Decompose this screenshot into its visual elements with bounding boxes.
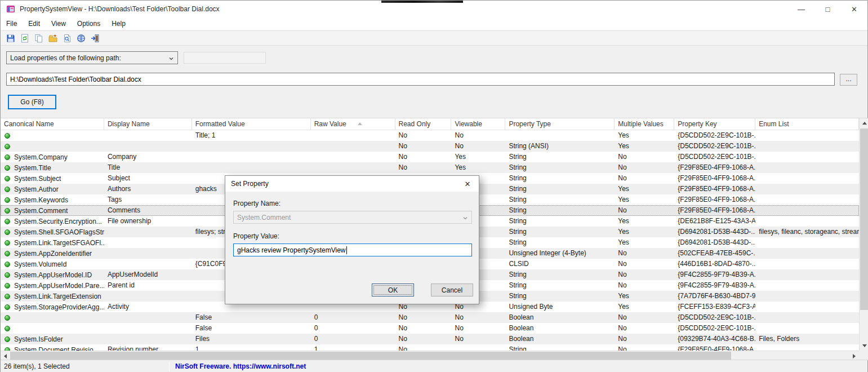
browse-button[interactable]: ... [840, 74, 857, 86]
sort-ascending-icon [358, 122, 362, 125]
app-window: PropertySystemView - H:\Downloads\Test F… [0, 0, 868, 372]
header-raw-value[interactable]: Raw Value [311, 118, 395, 130]
table-row[interactable]: System.IsFolder Files 0 No No Boolean No… [1, 334, 859, 344]
green-status-icon [5, 283, 10, 289]
maximize-icon[interactable]: □ [814, 1, 841, 17]
close-icon[interactable]: ✕ [841, 1, 867, 17]
cell-display-name [104, 237, 192, 248]
canonical-name-text: System.VolumeId [14, 259, 66, 269]
export-icon[interactable] [46, 32, 60, 45]
exit-icon[interactable] [88, 32, 102, 45]
scroll-down-icon[interactable] [860, 341, 868, 351]
cell-property-type: CLSID [505, 259, 615, 269]
green-status-icon [5, 197, 10, 203]
property-name-combobox: System.Comment [233, 211, 472, 224]
menu-bar: File Edit View Options Help [1, 17, 867, 30]
table-row[interactable]: System.Title Title No Yes String No {F29… [1, 162, 859, 173]
cell-multiple-values: No [615, 323, 674, 334]
menu-help[interactable]: Help [107, 18, 130, 29]
cell-property-key: {D5CDD502-2E9C-101B-... [674, 130, 755, 141]
property-value-input[interactable]: gHacks review PropertySystemView [233, 243, 472, 256]
table-row[interactable]: False 0 No No Boolean No {D5CDD502-2E9C-… [1, 323, 859, 334]
canonical-name-text: System.Keywords [14, 195, 68, 205]
cell-property-key: {9F4C2855-9F79-4B39-A... [674, 269, 755, 280]
save-icon[interactable] [4, 32, 17, 45]
horizontal-scroll-thumb[interactable] [10, 352, 731, 360]
table-row[interactable]: No No String (ANSI) Yes {D5CDD502-2E9C-1… [1, 141, 859, 152]
header-formatted-value[interactable]: Formatted Value [192, 118, 311, 130]
cell-viewable: No [451, 323, 505, 334]
cell-read-only: No [395, 130, 452, 141]
header-read-only[interactable]: Read Only [395, 118, 452, 130]
table-row[interactable]: False 0 No No Boolean No {D5CDD502-2E9C-… [1, 312, 859, 323]
cell-property-type: String [505, 205, 615, 216]
cell-enum-list [755, 205, 859, 216]
green-status-icon [5, 133, 10, 139]
vertical-scroll-thumb[interactable] [860, 129, 868, 310]
cancel-button[interactable]: Cancel [431, 284, 473, 296]
cell-multiple-values: No [615, 152, 674, 162]
path-input[interactable] [6, 73, 835, 86]
header-display-name[interactable]: Display Name [104, 118, 192, 130]
cell-formatted-value [192, 141, 311, 152]
minimize-icon[interactable]: — [788, 1, 814, 17]
cell-viewable: Yes [451, 152, 505, 162]
header-multiple-values[interactable]: Multiple Values [615, 118, 674, 130]
cell-enum-list: Files, Folders [755, 334, 859, 344]
cell-canonical-name: System.Company [1, 152, 104, 162]
report-icon[interactable] [60, 32, 74, 45]
website-icon[interactable] [74, 32, 88, 45]
cell-viewable [451, 344, 505, 351]
header-property-type[interactable]: Property Type [505, 118, 615, 130]
green-status-icon [5, 187, 10, 192]
cell-property-key: {9F4C2855-9F79-4B39-A... [674, 280, 755, 291]
cell-property-key: {D6942081-D53B-443D-... [674, 237, 755, 248]
cell-multiple-values: Yes [615, 184, 674, 194]
table-row[interactable]: System.Company Company No Yes String No … [1, 152, 859, 162]
cell-enum-list [755, 216, 859, 227]
cell-display-name: Revision number [104, 344, 192, 351]
cell-raw-value [311, 152, 395, 162]
dialog-title-bar[interactable]: Set Property [225, 176, 479, 192]
cell-property-key: {502CFEAB-47EB-459C-... [674, 248, 755, 259]
cell-canonical-name: System.Document.Revisio... [1, 344, 104, 351]
ok-button[interactable]: OK [372, 284, 414, 296]
menu-view[interactable]: View [47, 18, 70, 29]
menu-options[interactable]: Options [73, 18, 105, 29]
header-property-key[interactable]: Property Key [674, 118, 755, 130]
dialog-close-icon[interactable]: ✕ [456, 176, 479, 192]
cell-property-type: String [505, 227, 615, 237]
menu-edit[interactable]: Edit [24, 18, 44, 29]
canonical-name-text: System.Comment [14, 206, 68, 216]
cell-multiple-values: Yes [615, 216, 674, 227]
secondary-field [184, 52, 266, 64]
table-row[interactable]: Title; 1 No No Yes {D5CDD502-2E9C-101B-.… [1, 130, 859, 141]
menu-file[interactable]: File [2, 18, 21, 29]
table-row[interactable]: System.Document.Revisio... Revision numb… [1, 344, 859, 351]
window-title: PropertySystemView - H:\Downloads\Test F… [20, 5, 220, 13]
go-button[interactable]: Go (F8) [8, 95, 56, 109]
cell-enum-list [755, 259, 859, 269]
cell-display-name [104, 259, 192, 269]
copy-icon[interactable] [32, 32, 46, 45]
header-enum-list[interactable]: Enum List [755, 118, 859, 130]
green-status-icon [5, 294, 10, 299]
cell-property-key: {09329B74-40A3-4C68-B... [674, 334, 755, 344]
header-viewable[interactable]: Viewable [451, 118, 505, 130]
vertical-scrollbar[interactable] [859, 118, 868, 351]
header-canonical-name[interactable]: Canonical Name [1, 118, 104, 130]
nirsoft-link[interactable]: NirSoft Freeware. https://www.nirsoft.ne… [170, 362, 306, 370]
title-bar: PropertySystemView - H:\Downloads\Test F… [1, 1, 867, 17]
background-window-sliver [381, 1, 463, 3]
cell-enum-list [755, 344, 859, 351]
cell-enum-list [755, 173, 859, 184]
scroll-up-icon[interactable] [860, 118, 868, 128]
load-mode-combobox[interactable]: Load properties of the following path: [6, 51, 178, 64]
cell-property-type: String [505, 184, 615, 194]
cell-enum-list [755, 291, 859, 302]
green-status-icon [5, 315, 10, 321]
refresh-icon[interactable] [18, 32, 32, 45]
cell-read-only: No [395, 141, 452, 152]
horizontal-scrollbar[interactable] [1, 351, 868, 360]
cell-raw-value [311, 162, 395, 173]
